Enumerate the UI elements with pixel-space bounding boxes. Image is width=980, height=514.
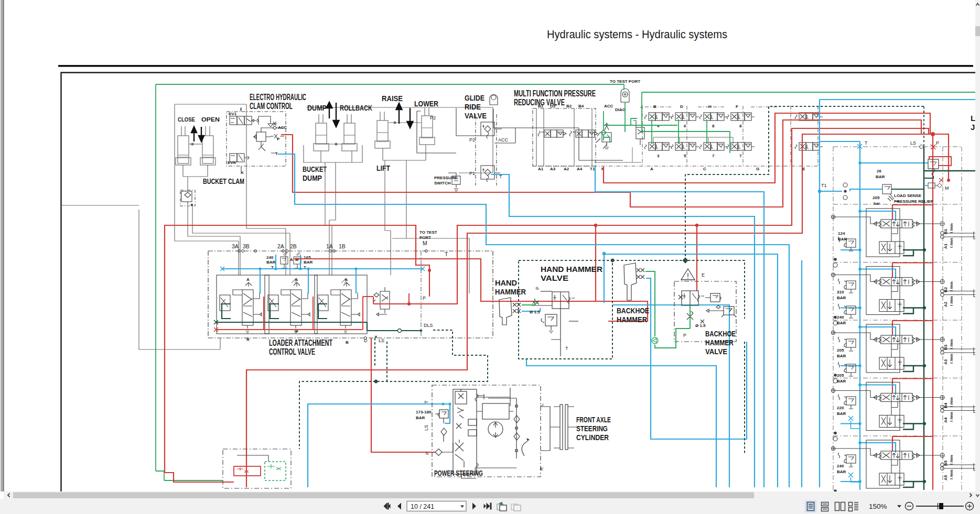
svg-text:C: C	[703, 167, 706, 171]
svg-text:EVK: EVK	[228, 160, 236, 165]
svg-text:ACC: ACC	[498, 137, 509, 143]
svg-text:l /mn: l /mn	[949, 223, 954, 233]
svg-text:B4: B4	[943, 402, 948, 408]
svg-text:BAR: BAR	[876, 174, 885, 179]
svg-text:BAR: BAR	[837, 354, 846, 358]
svg-text:2B: 2B	[290, 243, 297, 249]
svg-text:3: 3	[657, 154, 660, 158]
svg-text:TO TEST: TO TEST	[419, 230, 437, 235]
svg-text:RAISE: RAISE	[382, 94, 403, 103]
svg-text:P2: P2	[469, 137, 475, 143]
svg-text:bar: bar	[874, 201, 880, 206]
svg-text:205: 205	[837, 373, 844, 378]
svg-text:240: 240	[837, 464, 844, 468]
svg-text:1B: 1B	[339, 243, 346, 249]
svg-text:A2: A2	[943, 301, 948, 307]
svg-text:BAR: BAR	[266, 260, 276, 265]
svg-text:ACC: ACC	[604, 104, 613, 108]
svg-text:P: P	[936, 140, 939, 146]
svg-text:BUCKET CLAM: BUCKET CLAM	[203, 177, 244, 185]
svg-text:CLAM CONTROL: CLAM CONTROL	[250, 102, 293, 111]
svg-text:LS: LS	[424, 425, 429, 431]
svg-text:BAR: BAR	[837, 321, 846, 325]
svg-text:D: D	[680, 104, 683, 109]
svg-text:DLS: DLS	[424, 323, 433, 328]
svg-text:A2: A2	[564, 167, 569, 171]
svg-text:l /mn: l /mn	[949, 296, 954, 306]
svg-text:A1: A1	[538, 167, 544, 171]
svg-text:B5: B5	[943, 460, 948, 466]
svg-text:DUMP: DUMP	[307, 103, 327, 112]
svg-text:B: B	[653, 104, 656, 109]
svg-text:A5: A5	[943, 475, 948, 480]
svg-text:R: R	[539, 467, 544, 471]
svg-text:l /mn: l /mn	[949, 339, 954, 349]
svg-text:Ø 1.5: Ø 1.5	[695, 323, 706, 328]
svg-text:T: T	[445, 251, 448, 257]
svg-text:3B: 3B	[243, 243, 250, 249]
svg-text:LOADER ATTACHMENT: LOADER ATTACHMENT	[269, 338, 332, 347]
svg-text:B2: B2	[566, 104, 572, 108]
svg-text:CLOSE: CLOSE	[178, 116, 195, 123]
svg-text:BAR: BAR	[837, 469, 846, 474]
svg-text:VALVE: VALVE	[541, 274, 568, 282]
svg-text:GLIDE: GLIDE	[465, 93, 484, 102]
svg-text:l /mn: l /mn	[949, 469, 954, 479]
svg-text:150%: 150%	[869, 502, 887, 510]
svg-text:PRESSURE RELIEF: PRESSURE RELIEF	[894, 199, 933, 204]
svg-text:1A: 1A	[326, 243, 333, 249]
svg-text:173-180: 173-180	[416, 410, 432, 414]
svg-text:F: F	[736, 104, 738, 109]
svg-text:A4: A4	[943, 417, 948, 423]
svg-text:310: 310	[837, 290, 844, 294]
svg-text:8: 8	[739, 124, 742, 128]
svg-text:A: A	[290, 257, 293, 262]
svg-text:T: T	[275, 151, 278, 156]
svg-text:l /mn: l /mn	[949, 238, 954, 248]
svg-text:L: L	[971, 114, 975, 123]
svg-text:ELECTRO HYDRAULIC: ELECTRO HYDRAULIC	[250, 93, 306, 102]
svg-text:8: 8	[712, 124, 715, 128]
svg-text:L: L	[539, 403, 544, 406]
svg-text:T: T	[565, 346, 568, 351]
svg-text:B1: B1	[943, 228, 948, 234]
svg-text:POWER STEERING: POWER STEERING	[434, 468, 483, 477]
svg-text:B3: B3	[943, 344, 948, 350]
svg-text:SWITCH: SWITCH	[434, 181, 451, 185]
svg-text:RIDE: RIDE	[465, 102, 481, 111]
svg-text:26: 26	[877, 169, 881, 173]
svg-text:7: 7	[739, 154, 742, 158]
svg-text:A: A	[246, 277, 250, 282]
svg-text:HAND HAMMER: HAND HAMMER	[541, 265, 602, 274]
svg-text:HAMMER: HAMMER	[617, 315, 647, 324]
svg-text:124: 124	[838, 231, 845, 236]
svg-text:P: P	[425, 452, 430, 455]
svg-text:P: P	[683, 333, 686, 338]
svg-text:A3: A3	[943, 359, 948, 365]
svg-text:T1: T1	[821, 183, 827, 188]
svg-text:PORT: PORT	[419, 235, 431, 240]
svg-text:B: B	[246, 337, 250, 342]
svg-text:M: M	[945, 185, 949, 191]
svg-text:DUMP: DUMP	[303, 173, 322, 182]
svg-text:4: 4	[657, 124, 660, 128]
svg-text:OPEN: OPEN	[201, 116, 220, 123]
svg-text:HAMMER: HAMMER	[495, 287, 526, 296]
svg-text:HAND: HAND	[495, 278, 517, 287]
svg-text:6: 6	[684, 124, 686, 128]
svg-text:BAR: BAR	[416, 415, 425, 420]
svg-text:LOAD SENSE: LOAD SENSE	[894, 193, 922, 198]
svg-text:P1: P1	[469, 171, 475, 176]
svg-text:K: K	[241, 170, 244, 175]
svg-text:T: T	[865, 140, 868, 146]
svg-text:Hydraulic systems - Hydraulic: Hydraulic systems - Hydraulic systems	[547, 28, 727, 41]
svg-text:A4: A4	[577, 167, 583, 171]
svg-text:BAR: BAR	[837, 411, 846, 416]
svg-text:HAMMER: HAMMER	[705, 338, 734, 347]
svg-text:BAR: BAR	[837, 296, 846, 300]
svg-text:B4: B4	[578, 104, 584, 108]
svg-text:VALVE: VALVE	[465, 111, 487, 120]
svg-text:Ø 1.5: Ø 1.5	[530, 310, 540, 314]
svg-text:P2: P2	[430, 115, 436, 121]
svg-text:P: P	[423, 296, 426, 301]
